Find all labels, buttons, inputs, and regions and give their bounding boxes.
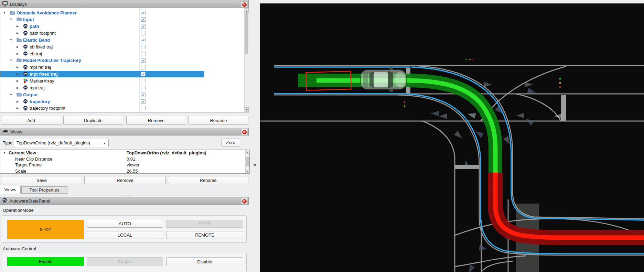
- property-value[interactable]: viewer: [127, 162, 140, 167]
- tree-checkbox[interactable]: [141, 31, 146, 35]
- tree-row-mpt-traj[interactable]: ▶mpt traj: [0, 84, 245, 91]
- tree-item-label[interactable]: Output: [23, 92, 38, 97]
- tree-checkbox[interactable]: ✓: [141, 24, 146, 29]
- chevron-collapsed-icon[interactable]: ▶: [16, 107, 19, 110]
- tree-item-label[interactable]: eb traj: [30, 51, 42, 56]
- tree-row-obstacle-avoidance-planner[interactable]: ▼Obstacle Avoidance Planner✓: [0, 9, 245, 16]
- scrollbar-thumb[interactable]: [246, 157, 249, 166]
- chevron-collapsed-icon[interactable]: ▶: [16, 79, 19, 83]
- autoware-panel-header[interactable]: AutowareStatePanel ✕: [0, 197, 249, 205]
- chevron-collapsed-icon[interactable]: ▶: [16, 52, 19, 55]
- collapse-panel-icon[interactable]: ◀: [252, 162, 256, 168]
- add-button[interactable]: Add: [1, 116, 61, 125]
- tree-checkbox[interactable]: ✓: [141, 72, 146, 76]
- tree-item-label[interactable]: Elastic Band: [23, 37, 50, 43]
- chevron-collapsed-icon[interactable]: ▶: [16, 66, 19, 69]
- chevron-collapsed-icon[interactable]: ▶: [16, 32, 19, 35]
- autoware-close-button[interactable]: ✕: [241, 198, 247, 204]
- panel-splitter[interactable]: ···: [254, 153, 255, 158]
- tree-row-model-predictive-trajectory[interactable]: ▼Model Predictive Trajectory✓: [0, 57, 245, 64]
- views-panel-header[interactable]: Views ✕: [0, 128, 249, 135]
- property-row-target-frame[interactable]: Target Frameviewer: [0, 162, 245, 168]
- tree-row-mpt-ref-traj[interactable]: ▶mpt ref traj: [0, 64, 245, 71]
- current-view-properties[interactable]: ▼Current ViewTopDownOrtho (rviz_default_…: [0, 150, 250, 174]
- tree-row-eb-fixed-traj[interactable]: ▶eb fixed traj: [0, 43, 245, 50]
- displays-tree-scrollbar[interactable]: ▲ ▼: [244, 8, 249, 112]
- view-type-dropdown[interactable]: TopDownOrtho (rviz_default_plugins) ▼: [14, 139, 109, 147]
- chevron-collapsed-icon[interactable]: ▶: [16, 100, 19, 103]
- remove-button[interactable]: Remove: [84, 176, 166, 184]
- remove-button[interactable]: Remove: [126, 116, 186, 125]
- chevron-expanded-icon[interactable]: ▼: [9, 39, 13, 42]
- tree-item-label[interactable]: eb fixed traj: [30, 44, 53, 50]
- chevron-expanded-icon[interactable]: ▼: [9, 59, 13, 62]
- chevron-collapsed-icon[interactable]: ▶: [16, 73, 19, 76]
- chevron-expanded-icon[interactable]: ▼: [3, 11, 6, 14]
- tree-row-trajectory-footprint[interactable]: ▶trajectory footprint: [0, 105, 245, 112]
- tree-row-eb-traj[interactable]: ▶eb traj: [0, 50, 245, 57]
- tree-checkbox[interactable]: ✓: [141, 11, 146, 15]
- tree-checkbox[interactable]: ✓: [141, 93, 146, 97]
- displays-panel-header[interactable]: Displays ✕: [0, 0, 249, 8]
- tree-row-path[interactable]: ▶path✓: [0, 23, 245, 30]
- tree-item-label[interactable]: Input: [23, 17, 34, 22]
- tree-row-path-footprint[interactable]: ▶path footprint: [0, 30, 245, 37]
- tree-checkbox[interactable]: ✓: [141, 38, 146, 42]
- property-row-current-view[interactable]: ▼Current ViewTopDownOrtho (rviz_default_…: [0, 150, 245, 156]
- tree-row-output[interactable]: ▼Output✓: [0, 91, 245, 98]
- property-value[interactable]: 26.55: [127, 168, 138, 174]
- tree-item-label[interactable]: mpt fixed traj: [30, 72, 58, 77]
- splitter-handle[interactable]: ······: [151, 112, 162, 116]
- chevron-expanded-icon[interactable]: ▼: [3, 151, 6, 154]
- local-button[interactable]: LOCAL: [87, 231, 163, 239]
- tree-checkbox[interactable]: ✓: [141, 99, 146, 104]
- displays-close-button[interactable]: ✕: [241, 1, 247, 8]
- tree-item-label[interactable]: path: [30, 24, 39, 29]
- tree-row-markerarray[interactable]: ▶MarkerArray: [0, 78, 245, 85]
- chevron-collapsed-icon[interactable]: ▶: [16, 25, 19, 28]
- disable-button[interactable]: Disable: [166, 257, 243, 266]
- chevron-expanded-icon[interactable]: ▼: [9, 18, 13, 21]
- tab-views[interactable]: Views: [0, 186, 21, 194]
- rename-button[interactable]: Rename: [189, 116, 248, 125]
- tree-checkbox[interactable]: [141, 86, 146, 90]
- tree-row-input[interactable]: ▼Input✓: [0, 16, 245, 23]
- zero-button[interactable]: Zero: [221, 139, 240, 146]
- tree-checkbox[interactable]: [141, 45, 146, 49]
- views-close-button[interactable]: ✕: [241, 129, 247, 135]
- duplicate-button[interactable]: Duplicate: [63, 116, 123, 125]
- scroll-down-icon[interactable]: ▼: [245, 107, 249, 112]
- save-button[interactable]: Save: [1, 176, 82, 184]
- tree-item-label[interactable]: mpt traj: [30, 85, 44, 90]
- tree-row-elastic-band[interactable]: ▼Elastic Band✓: [0, 36, 245, 43]
- tree-row-trajectory[interactable]: ▶trajectory✓: [0, 98, 245, 105]
- property-row-near-clip-distance[interactable]: Near Clip Distance0.01: [0, 156, 245, 162]
- tree-item-label[interactable]: trajectory footprint: [30, 106, 65, 111]
- property-value[interactable]: TopDownOrtho (rviz_default_plugins): [127, 150, 206, 155]
- auto-button[interactable]: AUTO: [87, 220, 163, 228]
- tree-item-label[interactable]: MarkerArray: [30, 78, 54, 84]
- 3d-viewport[interactable]: [260, 0, 644, 272]
- tree-item-label[interactable]: Model Predictive Trajectory: [23, 58, 81, 63]
- displays-tree[interactable]: ▼Obstacle Avoidance Planner✓▼Input✓▶path…: [0, 8, 249, 112]
- tree-item-label[interactable]: mpt ref traj: [30, 65, 51, 70]
- rename-button[interactable]: Rename: [168, 176, 248, 184]
- property-value[interactable]: 0.01: [127, 156, 135, 162]
- tree-checkbox[interactable]: [141, 52, 146, 56]
- tree-checkbox[interactable]: [141, 65, 146, 69]
- tree-row-mpt-fixed-traj[interactable]: ▶mpt fixed traj✓: [0, 71, 245, 78]
- views-table-scrollbar[interactable]: ▲ ▼: [245, 150, 250, 173]
- splitter-handle[interactable]: ······: [122, 194, 132, 197]
- scroll-up-icon[interactable]: ▲: [246, 150, 250, 154]
- chevron-collapsed-icon[interactable]: ▶: [16, 86, 19, 89]
- tab-tool-properties[interactable]: Tool Properties: [21, 186, 68, 194]
- scroll-down-icon[interactable]: ▼: [246, 169, 250, 173]
- tree-item-label[interactable]: path footprint: [30, 31, 56, 36]
- tree-item-label[interactable]: trajectory: [30, 99, 50, 104]
- chevron-expanded-icon[interactable]: ▼: [9, 93, 13, 96]
- chevron-collapsed-icon[interactable]: ▶: [16, 45, 19, 48]
- tree-checkbox[interactable]: ✓: [141, 17, 146, 22]
- scrollbar-thumb[interactable]: [245, 13, 248, 54]
- tree-item-label[interactable]: Obstacle Avoidance Planner: [17, 10, 77, 15]
- scroll-up-icon[interactable]: ▲: [245, 8, 249, 13]
